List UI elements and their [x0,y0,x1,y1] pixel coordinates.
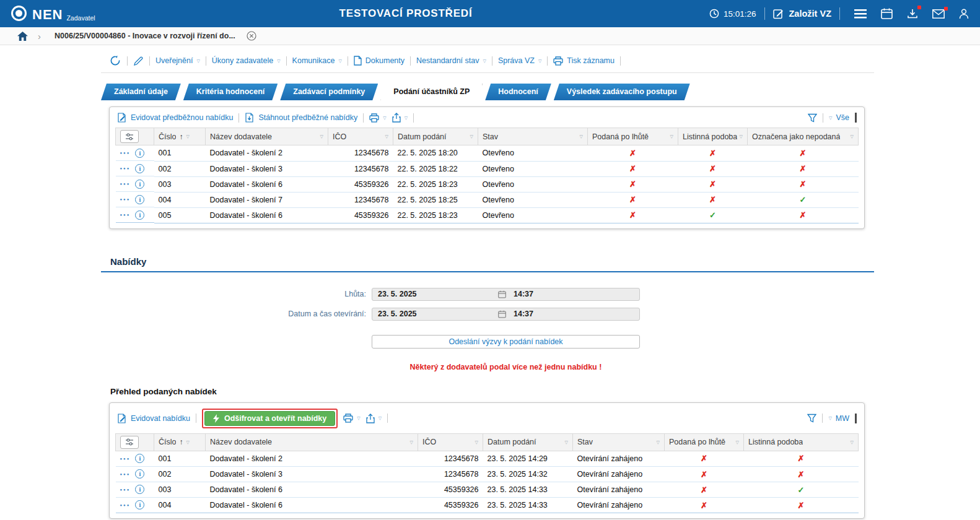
cell-controls[interactable]: ●●●i [116,161,154,176]
cell-controls[interactable]: ●●●i [116,207,154,223]
col-header-ico[interactable]: IČO▽ [418,433,483,451]
filter-button[interactable] [808,113,817,123]
row-menu-icon[interactable]: ●●● [120,213,131,217]
info-icon[interactable]: i [135,210,144,220]
menu-dokumenty[interactable]: Dokumenty [354,56,405,66]
print-button[interactable]: ▽ [343,414,360,423]
cell-controls[interactable]: ●●●i [116,467,154,482]
filter-dropdown-icon[interactable]: ▽ [851,134,854,139]
export-button[interactable]: ▽ [366,414,382,423]
info-icon[interactable]: i [135,469,144,479]
row-menu-icon[interactable]: ●●● [120,488,131,492]
col-header-listinna-podoba[interactable]: Listinná podoba▽ [678,128,748,145]
menu-button[interactable] [853,8,868,20]
close-record-icon[interactable] [247,31,256,41]
oteviraci-date-value[interactable]: 23. 5. 2025 [378,310,498,318]
cell-controls[interactable]: ●●●i [116,451,154,467]
cell-controls[interactable]: ●●●i [116,176,154,192]
col-header-ico[interactable]: IČO▽ [328,128,393,145]
info-icon[interactable]: i [135,180,144,189]
col-header-podana-po-lhute[interactable]: Podaná po lhůtě▽ [588,128,678,145]
col-header-nazev-dodavatele[interactable]: Název dodavatele▽ [206,128,328,145]
col-header-nazev-dodavatele[interactable]: Název dodavatele▽ [206,433,418,451]
filter-dropdown-icon[interactable]: ▽ [385,134,388,139]
col-header-cislo[interactable]: Číslo↑▽ [154,128,206,145]
tab-vysledek-postupu[interactable]: Výsledek zadávacího postupu [554,84,690,100]
col-header-oznacena-nepodana[interactable]: Označena jako nepodaná▽ [748,128,859,145]
row-menu-icon[interactable]: ●●● [120,472,131,476]
evidovat-predbeznou-nabidku-button[interactable]: Evidovat předběžnou nabídku [117,113,233,123]
menu-tisk-zaznamu[interactable]: Tisk záznamu [553,56,615,66]
table-row[interactable]: ●●●i001Dodavatel - školení 21234567822. … [116,145,859,162]
row-menu-icon[interactable]: ●●● [120,151,131,155]
edit-record-button[interactable] [133,56,144,66]
create-vz-button[interactable]: Založit VZ [773,8,831,19]
filter-dropdown-icon[interactable]: ▽ [186,134,189,139]
row-menu-icon[interactable]: ●●● [120,167,131,170]
cell-controls[interactable]: ●●●i [116,192,154,207]
row-menu-icon[interactable]: ●●● [120,457,131,461]
menu-komunikace[interactable]: Komunikace▽ [292,56,342,65]
tab-hodnoceni[interactable]: Hodnocení [485,84,551,100]
filter-dropdown-icon[interactable]: ▽ [186,440,189,444]
row-menu-icon[interactable]: ●●● [120,503,131,507]
filter-dropdown-icon[interactable]: ▽ [410,440,413,444]
send-invitation-button[interactable]: Odeslání výzvy k podání nabídek [372,335,640,349]
filter-dropdown-icon[interactable]: ▽ [670,134,673,139]
filter-dropdown-icon[interactable]: ▽ [470,134,473,139]
info-icon[interactable]: i [135,454,144,463]
cell-controls[interactable]: ●●●i [116,498,154,513]
print-button[interactable]: ▽ [369,113,386,123]
sort-asc-icon[interactable]: ↑ [179,132,183,141]
filter-dropdown-icon[interactable]: ▽ [851,440,854,444]
col-header-cislo[interactable]: Číslo↑▽ [154,433,206,451]
col-header-datum-podani[interactable]: Datum podání▽ [483,433,573,451]
menu-ukony-zadavatele[interactable]: Úkony zadavatele▽ [212,56,281,65]
nen-logo[interactable]: NEN Zadavatel [11,6,95,22]
table-row[interactable]: ●●●i003Dodavatel - školení 64535932623. … [116,482,859,498]
filter-dropdown-icon[interactable]: ▽ [320,134,323,139]
info-icon[interactable]: i [135,195,144,204]
row-menu-icon[interactable]: ●●● [120,197,131,201]
cell-controls[interactable]: ●●●i [116,145,154,161]
col-header-stav[interactable]: Stav▽ [573,433,665,451]
info-icon[interactable]: i [135,149,144,158]
filter-button[interactable] [807,414,816,423]
history-button[interactable] [109,54,121,67]
filter-dropdown-icon[interactable]: ▽ [580,134,583,139]
home-icon[interactable] [15,32,30,41]
decrypt-open-offers-button[interactable]: Odšifrovat a otevřít nabídky [204,411,335,426]
info-icon[interactable]: i [135,164,144,173]
downloads-button[interactable] [906,7,919,20]
table-row[interactable]: ●●●i001Dodavatel - školení 21234567823. … [116,451,859,467]
cell-controls[interactable]: ●●●i [116,482,154,498]
stahnout-predbezne-nabidky-button[interactable]: Stáhnout předběžné nabídky [245,113,357,123]
calendar-button[interactable] [880,7,894,20]
calendar-icon[interactable] [498,290,506,298]
sort-asc-icon[interactable]: ↑ [179,438,183,446]
table-row[interactable]: ●●●i004Dodavatel - školení 64535932623. … [116,498,859,513]
oteviraci-time-value[interactable]: 14:37 [506,310,634,318]
column-settings-button[interactable] [120,130,139,143]
lhuta-datetime-input[interactable]: 23. 5. 2025 14:37 [372,288,640,301]
lhuta-time-value[interactable]: 14:37 [506,290,634,298]
table-row[interactable]: ●●●i003Dodavatel - školení 64535932622. … [116,176,859,192]
view-select-mw[interactable]: ▽ MW [828,414,849,423]
filter-dropdown-icon[interactable]: ▽ [740,134,743,139]
table-row[interactable]: ●●●i005Dodavatel - školení 64535932622. … [116,207,859,223]
oteviraci-datetime-input[interactable]: 23. 5. 2025 14:37 [372,308,640,321]
info-icon[interactable]: i [135,500,144,509]
tab-zakladni-udaje[interactable]: Základní údaje [101,84,181,100]
user-button[interactable] [958,7,970,20]
tab-kriteria-hodnoceni[interactable]: Kritéria hodnocení [183,84,278,100]
breadcrumb-record[interactable]: N006/25/V00004860 - Inovace v rozvoji ří… [55,32,235,40]
filter-dropdown-icon[interactable]: ▽ [475,440,478,444]
menu-nestandardni-stav[interactable]: Nestandardní stav▽ [416,56,486,65]
tab-zadavaci-podminky[interactable]: Zadávací podmínky [280,84,378,100]
calendar-icon[interactable] [498,310,506,318]
export-button[interactable]: ▽ [392,113,408,123]
evidovat-nabidku-button[interactable]: Evidovat nabídku [117,414,190,423]
filter-dropdown-icon[interactable]: ▽ [736,440,739,444]
col-header-datum-podani[interactable]: Datum podání▽ [393,128,478,145]
col-header-stav[interactable]: Stav▽ [478,128,588,145]
